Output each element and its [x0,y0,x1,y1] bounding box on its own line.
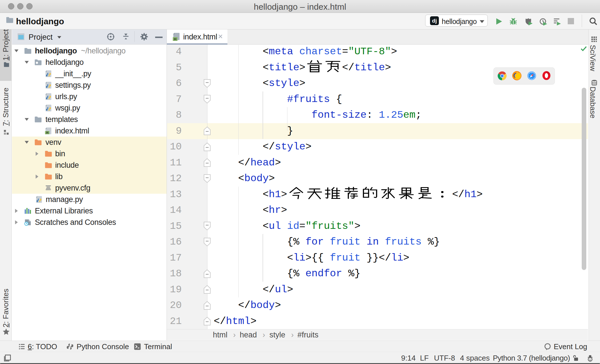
svg-text:H: H [174,37,177,41]
svg-text:H: H [46,131,48,134]
